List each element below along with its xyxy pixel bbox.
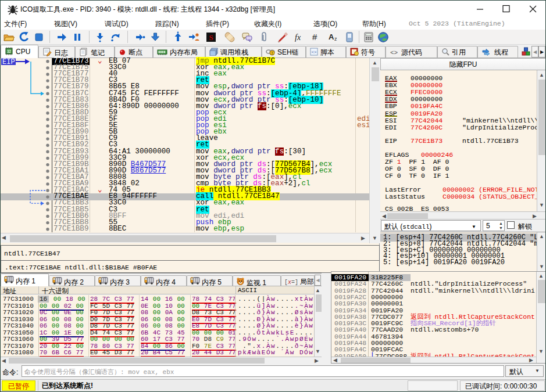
svg-text:<>: <> [390,49,398,56]
svg-text:A: A [329,33,334,41]
svg-text:#: # [312,32,317,42]
svg-text:fx: fx [295,33,301,42]
svg-text:<>: <> [311,50,317,55]
svg-text:!: ! [272,51,273,55]
svg-text:S: S [209,33,213,42]
svg-text:32: 32 [7,49,12,53]
svg-text:z: z [334,36,337,42]
svg-text:EIP: EIP [2,58,15,66]
